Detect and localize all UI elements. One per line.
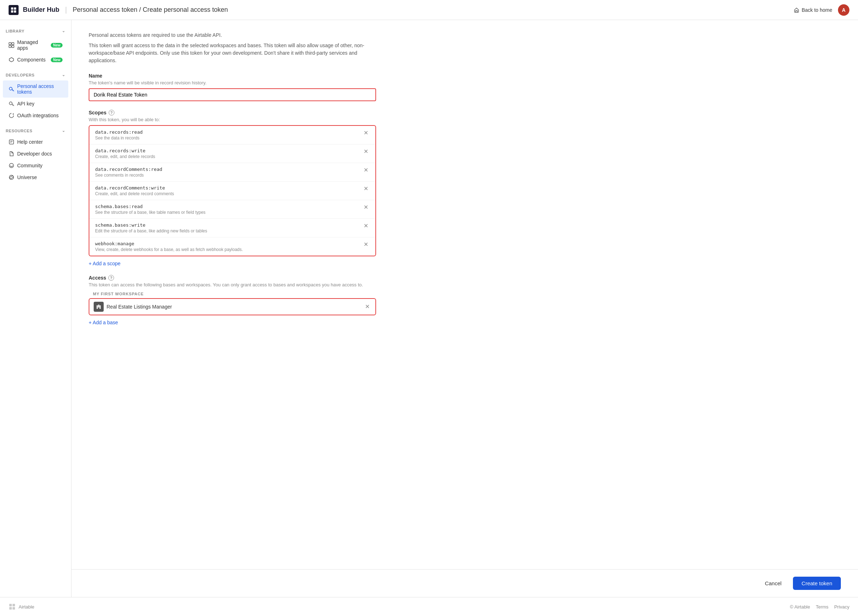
bottom-bar: Airtable © Airtable Terms Privacy — [0, 597, 858, 616]
svg-rect-17 — [9, 604, 12, 606]
scope-remove-4[interactable]: ✕ — [362, 204, 370, 211]
copyright-text: © Airtable — [790, 604, 810, 610]
svg-point-9 — [9, 102, 12, 105]
scope-desc-4: See the structure of a base, like table … — [95, 210, 205, 215]
sidebar: LIBRARY ⌄ Managed apps New Components Ne… — [0, 20, 72, 597]
sidebar-item-universe[interactable]: Universe — [3, 172, 68, 183]
scope-name-2: data.recordComments:read — [95, 166, 162, 172]
svg-rect-16 — [98, 308, 99, 309]
scope-name-4: schema.bases:read — [95, 204, 205, 209]
svg-rect-3 — [14, 10, 16, 12]
api-key-label: API key — [17, 101, 34, 107]
community-label: Community — [17, 163, 42, 168]
scope-desc-5: Edit the structure of a base, like addin… — [95, 229, 207, 233]
home-icon — [794, 7, 799, 13]
bottom-links: © Airtable Terms Privacy — [790, 604, 849, 610]
oauth-integrations-label: OAuth integrations — [17, 113, 59, 118]
cancel-button[interactable]: Cancel — [759, 577, 787, 589]
user-avatar: A — [838, 4, 849, 16]
sidebar-item-api-key[interactable]: API key — [3, 98, 68, 109]
scope-remove-6[interactable]: ✕ — [362, 241, 370, 248]
sidebar-section-resources[interactable]: RESOURCES ⌄ — [0, 126, 71, 136]
access-help-icon[interactable]: ? — [108, 275, 114, 281]
scope-remove-0[interactable]: ✕ — [362, 129, 370, 137]
svg-rect-2 — [11, 10, 13, 12]
sidebar-item-personal-access-tokens[interactable]: Personal access tokens — [3, 81, 68, 98]
terms-link[interactable]: Terms — [816, 604, 828, 610]
name-hint: The token's name will be visible in reco… — [89, 80, 376, 86]
managed-apps-badge: New — [51, 43, 62, 48]
airtable-label: Airtable — [19, 604, 34, 610]
svg-rect-1 — [14, 7, 16, 9]
help-icon — [9, 139, 14, 145]
scope-name-3: data.recordComments:write — [95, 185, 174, 191]
scope-remove-2[interactable]: ✕ — [362, 166, 370, 174]
svg-rect-19 — [9, 607, 12, 610]
footer-actions: Cancel Create token — [72, 569, 858, 597]
scopes-header: Scopes ? — [89, 110, 376, 115]
scope-name-5: schema.bases:write — [95, 222, 207, 228]
svg-point-8 — [9, 87, 12, 90]
scope-name-0: data.records:read — [95, 129, 143, 135]
top-bar-left: Builder Hub | Personal access token / Cr… — [9, 5, 228, 15]
svg-rect-0 — [11, 7, 13, 9]
scope-name-1: data.records:write — [95, 148, 155, 153]
scope-desc-2: See comments in records — [95, 173, 162, 178]
api-icon — [9, 101, 14, 107]
sidebar-item-managed-apps[interactable]: Managed apps New — [3, 36, 68, 54]
sidebar-item-help-center[interactable]: Help center — [3, 136, 68, 148]
scope-remove-3[interactable]: ✕ — [362, 185, 370, 192]
scope-remove-1[interactable]: ✕ — [362, 148, 370, 155]
sidebar-item-developer-docs[interactable]: Developer docs — [3, 148, 68, 159]
logo-icon — [9, 5, 19, 15]
app-container: Builder Hub | Personal access token / Cr… — [0, 0, 858, 616]
base-icon — [94, 302, 104, 312]
oauth-icon — [9, 113, 14, 118]
app-title: Builder Hub — [23, 6, 59, 14]
name-label: Name — [89, 73, 376, 79]
components-badge: New — [51, 58, 62, 62]
scopes-box: data.records:read See the data in record… — [89, 125, 376, 256]
svg-rect-5 — [12, 42, 14, 45]
content-area: Personal access tokens are required to u… — [72, 20, 393, 558]
scope-item-2: data.recordComments:read See comments in… — [89, 163, 375, 182]
chevron-down-icon-2: ⌄ — [62, 73, 65, 77]
workspace-group: MY FIRST WORKSPACE Real Estate Listings … — [89, 292, 376, 315]
scope-desc-1: Create, edit, and delete records — [95, 154, 155, 159]
scope-item-4: schema.bases:read See the structure of a… — [89, 200, 375, 219]
sidebar-item-oauth-integrations[interactable]: OAuth integrations — [3, 110, 68, 121]
top-bar-right: Back to home A — [794, 4, 849, 16]
base-name: Real Estate Listings Manager — [107, 304, 172, 310]
managed-apps-label: Managed apps — [17, 39, 48, 51]
scope-item-0: data.records:read See the data in record… — [89, 126, 375, 145]
add-base-link[interactable]: + Add a base — [89, 320, 376, 325]
scope-remove-5[interactable]: ✕ — [362, 222, 370, 230]
token-name-input[interactable] — [89, 88, 376, 101]
svg-rect-18 — [12, 604, 15, 606]
back-home-label: Back to home — [802, 7, 832, 13]
scope-desc-3: Create, edit, and delete record comments — [95, 191, 174, 196]
content-wrapper: Personal access tokens are required to u… — [72, 20, 858, 597]
create-token-button[interactable]: Create token — [793, 577, 841, 590]
privacy-link[interactable]: Privacy — [834, 604, 849, 610]
back-home-link[interactable]: Back to home — [794, 7, 832, 13]
universe-icon — [9, 174, 14, 180]
sidebar-item-community[interactable]: Community — [3, 160, 68, 171]
scope-item-3: data.recordComments:write Create, edit, … — [89, 182, 375, 200]
building-icon — [96, 304, 101, 310]
sidebar-section-developers[interactable]: DEVELOPERS ⌄ — [0, 70, 71, 80]
scopes-help-icon[interactable]: ? — [109, 110, 114, 115]
scopes-hint: With this token, you will be able to: — [89, 117, 376, 122]
page-breadcrumb: Personal access token / Create personal … — [73, 6, 228, 14]
sidebar-section-library[interactable]: LIBRARY ⌄ — [0, 26, 71, 36]
component-icon — [9, 57, 14, 62]
chevron-down-icon-3: ⌄ — [62, 128, 65, 133]
name-section: Name The token's name will be visible in… — [89, 73, 376, 101]
add-base-label: + Add a base — [89, 320, 118, 325]
docs-icon — [9, 151, 14, 157]
sidebar-item-components[interactable]: Components New — [3, 54, 68, 65]
scope-item-1: data.records:write Create, edit, and del… — [89, 145, 375, 163]
base-remove-button[interactable]: ✕ — [364, 303, 371, 310]
scopes-label: Scopes — [89, 110, 107, 115]
add-scope-link[interactable]: + Add a scope — [89, 261, 376, 266]
